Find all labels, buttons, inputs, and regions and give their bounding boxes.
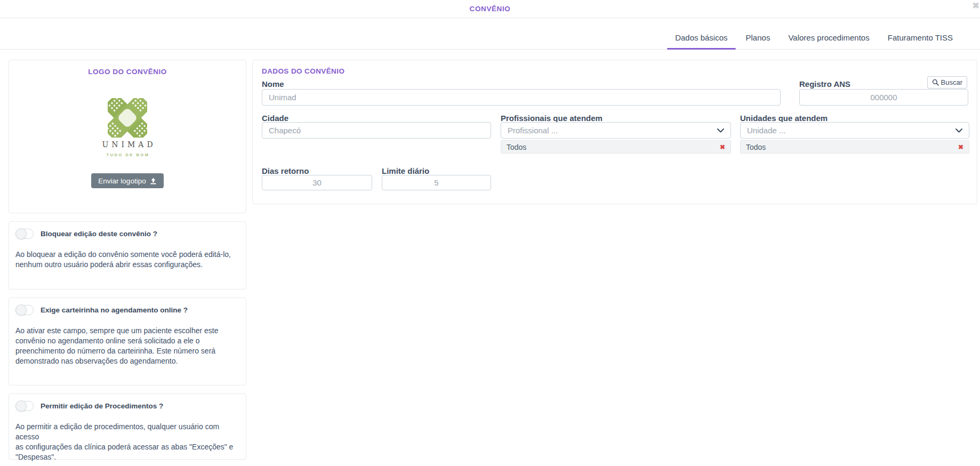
unidades-select[interactable]: Unidade ...	[740, 122, 969, 139]
profissionais-selected-value: Todos	[507, 143, 526, 151]
search-icon	[932, 79, 939, 86]
tab-dados-basicos[interactable]: Dados básicos	[667, 18, 735, 49]
unidades-selected-value: Todos	[746, 143, 766, 151]
toggle-knob	[15, 400, 27, 412]
dias-retorno-input[interactable]	[262, 175, 372, 190]
toggle-permitir-edicao[interactable]	[15, 401, 34, 411]
registro-ans-label: Registro ANS	[799, 79, 850, 89]
limite-diario-input[interactable]	[382, 175, 491, 190]
tab-bar: Dados básicos Planos Valores procediment…	[0, 18, 980, 50]
unidades-label: Unidades que atendem	[740, 114, 828, 123]
card-exige-carteirinha: Exige carteirinha no agendamento online …	[9, 298, 246, 385]
buscar-label: Buscar	[941, 78, 962, 86]
cidade-input[interactable]	[262, 122, 491, 139]
buscar-button[interactable]: Buscar	[927, 76, 967, 89]
registro-ans-input[interactable]	[799, 89, 968, 106]
remove-profissional-icon[interactable]: ✖	[720, 144, 725, 150]
dados-convenio-card: DADOS DO CONVÊNIO Buscar Nome Registro A…	[252, 60, 977, 204]
toggle-knob	[15, 228, 27, 239]
dialog-header: CONVÊNIO	[0, 0, 980, 18]
card-title: Exige carteirinha no agendamento online …	[41, 306, 188, 314]
card-title: Bloquear edição deste convênio ?	[41, 230, 157, 238]
profissionais-select[interactable]: Profissional ...	[501, 122, 731, 139]
close-icon[interactable]: ✖	[973, 2, 979, 10]
profissionais-selected-row: Todos ✖	[501, 140, 731, 154]
chevron-down-icon	[717, 128, 724, 133]
unidades-selected-row: Todos ✖	[740, 140, 969, 154]
cidade-label: Cidade	[262, 114, 288, 123]
unimad-logo-image	[108, 98, 147, 138]
card-description: Ao bloquear a edição do convênio somente…	[15, 250, 239, 270]
toggle-exige-carteirinha[interactable]	[15, 305, 34, 315]
profissionais-placeholder: Profissional ...	[508, 126, 558, 135]
nome-label: Nome	[262, 79, 284, 89]
logo-card-title: LOGO DO CONVÊNIO	[88, 68, 167, 76]
card-permitir-edicao: Permitir edição de Procedimentos ? Ao pe…	[9, 393, 246, 460]
card-description: Ao permitir a edição de procedimentos, q…	[15, 422, 239, 462]
tab-label: Planos	[746, 33, 770, 42]
upload-logo-label: Enviar logotipo	[98, 177, 146, 185]
tab-label: Faturamento TISS	[888, 33, 953, 42]
tab-faturamento-tiss[interactable]: Faturamento TISS	[880, 18, 961, 49]
card-bloquear-edicao: Bloquear edição deste convênio ? Ao bloq…	[9, 221, 246, 290]
upload-icon	[150, 178, 157, 184]
tab-planos[interactable]: Planos	[738, 18, 778, 49]
tab-label: Valores procedimentos	[788, 33, 869, 42]
card-description: Ao ativar este campo, sempre que um paci…	[15, 326, 239, 366]
upload-logo-button[interactable]: Enviar logotipo	[91, 173, 163, 188]
nome-input[interactable]	[262, 89, 781, 106]
dias-retorno-label: Dias retorno	[262, 166, 309, 175]
chevron-down-icon	[955, 128, 962, 133]
unidades-placeholder: Unidade ...	[747, 126, 786, 135]
logo-tagline-text: TUDO DE BOM	[107, 152, 150, 157]
logo-card: LOGO DO CONVÊNIO	[9, 60, 246, 213]
section-title: DADOS DO CONVÊNIO	[262, 67, 344, 75]
tab-label: Dados básicos	[675, 33, 727, 42]
profissionais-label: Profissionais que atendem	[501, 114, 603, 123]
toggle-knob	[15, 304, 27, 316]
tab-valores-procedimentos[interactable]: Valores procedimentos	[780, 18, 877, 49]
toggle-bloquear-edicao[interactable]	[15, 229, 34, 239]
limite-diario-label: Limite diário	[382, 166, 429, 175]
page-title: CONVÊNIO	[470, 5, 511, 13]
logo-brand-text: UNIMAD	[102, 140, 156, 149]
card-title: Permitir edição de Procedimentos ?	[41, 402, 163, 410]
remove-unidade-icon[interactable]: ✖	[958, 144, 963, 150]
